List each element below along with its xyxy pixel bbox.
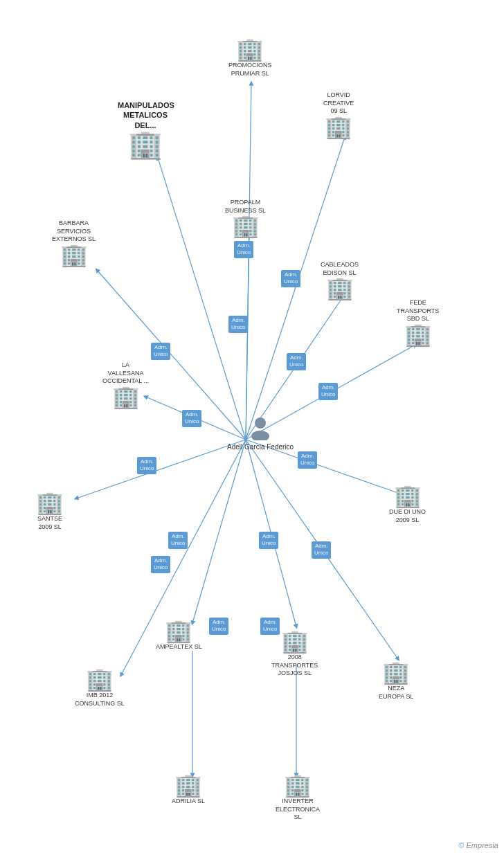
node-adrilia[interactable]: 🏢 ADRILIA SL [172,774,205,806]
building-icon-santse: 🏢 [36,492,64,514]
label-duediuno: DUE DI UNO2009 SL [389,508,426,524]
label-transportes2008: 2008TRANSPORTESJOSJOS SL [271,654,318,678]
svg-line-10 [192,440,246,623]
building-icon-imb2012: 🏢 [86,668,114,690]
node-lavallesana[interactable]: LAVALLESANAOCCIDENTAL ... 🏢 [102,360,149,408]
badge-adm-2: Adm.Unico [281,270,300,287]
badge-adm-14: Adm.Unico [209,618,228,635]
building-icon-lorvid: 🏢 [325,116,352,138]
building-icon-inverter: 🏢 [284,774,312,796]
label-lorvid: LORVIDCREATIVE09 SL [323,91,354,116]
badge-adm-1: Adm.Unico [234,241,253,258]
watermark: © Empresia [458,841,498,849]
building-icon-lavallesana: 🏢 [112,386,140,408]
node-cableados[interactable]: CABLEADOSEDISON SL 🏢 [321,260,359,299]
badge-adm-3: Adm.Unico [228,316,248,333]
building-icon-adrilia: 🏢 [174,774,202,796]
svg-line-3 [97,270,246,440]
person-icon [248,415,273,440]
label-lavallesana: LAVALLESANAOCCIDENTAL ... [102,361,149,386]
badge-adm-13: Adm.Unico [312,541,331,559]
badge-adm-11: Adm.Unico [151,556,170,573]
center-person-node: Adell Garcia Federico [227,415,294,452]
node-barbara[interactable]: BARBARASERVICIOSEXTERNOS SL 🏢 [52,218,96,266]
building-icon-barbara: 🏢 [60,244,88,266]
label-ampealtex: AMPEALTEX SL [156,643,202,651]
node-lorvid[interactable]: LORVIDCREATIVE09 SL 🏢 [323,90,354,138]
center-person-label: Adell Garcia Federico [227,442,294,452]
building-icon-manipulados: 🏢 [128,130,163,158]
node-neza[interactable]: 🏢 NEZAEUROPA SL [379,661,413,701]
label-prumiar: PROMOCIONSPRUMIAR SL [228,62,272,78]
brand-name: Empresia [467,841,498,849]
label-neza: NEZAEUROPA SL [379,685,413,701]
node-prumiar[interactable]: 🏢 PROMOCIONSPRUMIAR SL [228,38,272,78]
svg-line-8 [76,440,246,498]
building-icon-neza: 🏢 [382,661,410,683]
building-icon-fede: 🏢 [404,323,432,345]
badge-adm-12: Adm.Unico [259,532,278,549]
badge-adm-6: Adm.Unico [151,343,170,360]
label-fede: FEDETRANSPORTSSBD SL [397,299,439,323]
label-cableados: CABLEADOSEDISON SL [321,261,359,277]
node-santse[interactable]: 🏢 SANTSE2009 SL [36,492,64,531]
label-inverter: INVERTERELECTRONICASL [276,798,320,822]
building-icon-transportes2008: 🏢 [281,630,309,652]
svg-line-4 [246,235,249,440]
node-imb2012[interactable]: 🏢 IMB 2012CONSULTING SL [75,668,125,708]
label-adrilia: ADRILIA SL [172,798,205,806]
node-transportes2008[interactable]: 🏢 2008TRANSPORTESJOSJOS SL [271,630,318,678]
label-manipulados: MANIPULADOSMETALICOSDEL... [118,100,173,130]
label-propalm: PROPALMBUSINESS SL [225,199,266,215]
node-duediuno[interactable]: 🏢 DUE DI UNO2009 SL [389,485,426,524]
node-fede[interactable]: FEDETRANSPORTSSBD SL 🏢 [397,298,439,345]
badge-adm-15: Adm.Unico [260,618,280,635]
building-icon-prumiar: 🏢 [236,38,264,60]
badge-adm-8: Adm.Unico [137,457,156,474]
building-icon-duediuno: 🏢 [394,485,422,507]
building-icon-cableados: 🏢 [326,277,354,299]
node-ampealtex[interactable]: 🏢 AMPEALTEX SL [156,620,202,651]
building-icon-propalm: 🏢 [232,215,260,237]
badge-adm-4: Adm.Unico [287,353,306,370]
building-icon-ampealtex: 🏢 [165,620,192,642]
svg-point-17 [251,431,269,440]
copyright-symbol: © [458,841,464,849]
svg-point-16 [255,417,266,429]
node-manipulados[interactable]: MANIPULADOSMETALICOSDEL... 🏢 [118,99,173,158]
badge-adm-7: Adm.Unico [182,410,201,427]
badge-adm-5: Adm.Unico [318,383,338,400]
badge-adm-9: Adm.Unico [298,451,317,469]
label-imb2012: IMB 2012CONSULTING SL [75,692,125,708]
node-inverter[interactable]: 🏢 INVERTERELECTRONICASL [276,774,320,822]
label-barbara: BARBARASERVICIOSEXTERNOS SL [52,219,96,244]
badge-adm-10: Adm.Unico [168,532,188,549]
label-santse: SANTSE2009 SL [37,515,62,531]
node-propalm[interactable]: PROPALMBUSINESS SL 🏢 [225,197,266,237]
